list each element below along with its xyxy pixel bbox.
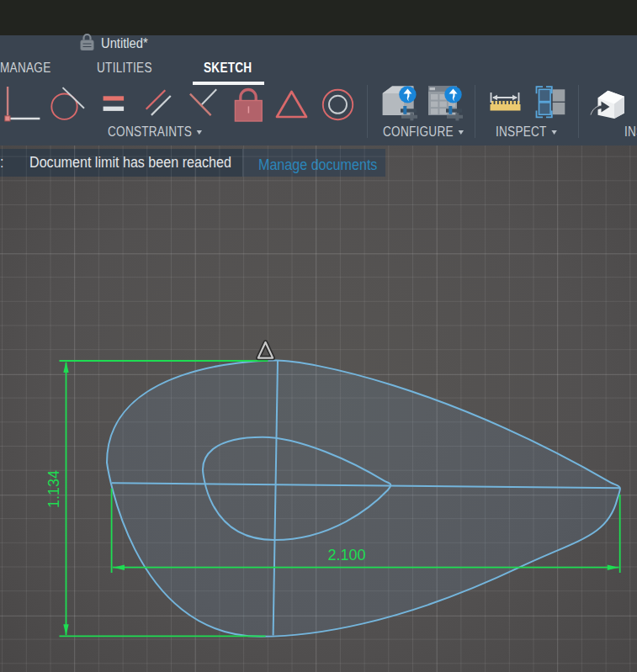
svg-text:2.100: 2.100 xyxy=(327,547,365,564)
svg-text:1.134: 1.134 xyxy=(45,470,62,508)
